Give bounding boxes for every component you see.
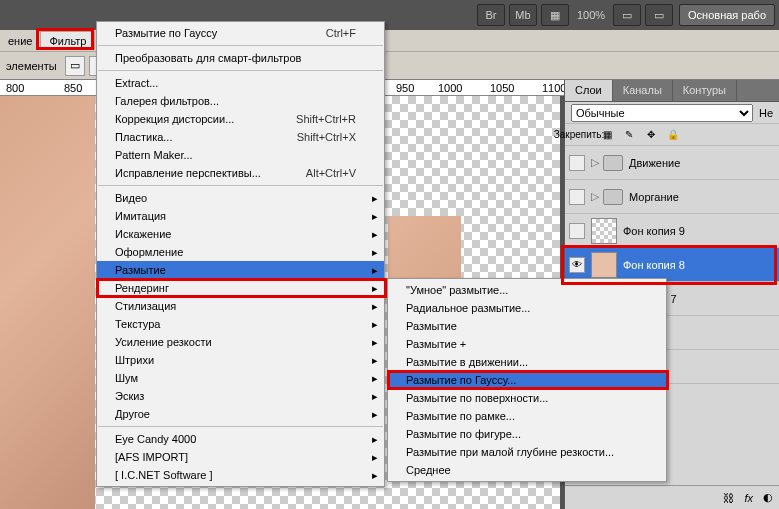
link-layers-icon[interactable]: ⛓ bbox=[723, 492, 734, 504]
filter-smart[interactable]: Преобразовать для смарт-фильтров bbox=[97, 49, 384, 67]
lock-position-icon[interactable]: ✥ bbox=[643, 127, 659, 143]
layer-folder[interactable]: ▷Моргание bbox=[565, 180, 779, 214]
menu-filter[interactable]: Фильтр bbox=[40, 31, 95, 50]
filter-stylize-group[interactable]: Оформление▸ bbox=[97, 243, 384, 261]
filter-artistic[interactable]: Имитация▸ bbox=[97, 207, 384, 225]
blur-submenu: "Умное" размытие... Радиальное размытие.… bbox=[387, 278, 667, 482]
layer-item-selected[interactable]: 👁Фон копия 8 bbox=[565, 248, 779, 282]
lock-label: Закрепить: bbox=[571, 127, 587, 143]
options-label: элементы bbox=[6, 60, 57, 72]
blur-more[interactable]: Размытие + bbox=[388, 335, 666, 353]
filter-repeat-last[interactable]: Размытие по ГауссуCtrl+F bbox=[97, 24, 384, 42]
layer-thumbnail bbox=[591, 252, 617, 278]
visibility-toggle[interactable] bbox=[569, 155, 585, 171]
layer-thumbnail bbox=[591, 218, 617, 244]
lock-all-icon[interactable]: 🔒 bbox=[665, 127, 681, 143]
blur-average[interactable]: Среднее bbox=[388, 461, 666, 479]
filter-brush-strokes[interactable]: Штрихи▸ bbox=[97, 351, 384, 369]
lock-transparency-icon[interactable]: ▦ bbox=[599, 127, 615, 143]
blend-mode-select[interactable]: Обычные bbox=[571, 104, 753, 122]
zoom-level[interactable]: 100% bbox=[571, 9, 611, 21]
bridge-button[interactable]: Br bbox=[477, 4, 505, 26]
tab-paths[interactable]: Контуры bbox=[673, 80, 737, 101]
fx-icon[interactable]: fx bbox=[744, 492, 753, 504]
blur-lens[interactable]: Размытие при малой глубине резкости... bbox=[388, 443, 666, 461]
filter-gallery[interactable]: Галерея фильтров... bbox=[97, 92, 384, 110]
visibility-toggle[interactable] bbox=[569, 189, 585, 205]
filter-render[interactable]: Рендеринг▸ bbox=[97, 279, 384, 297]
menu-prev-fragment[interactable]: ение bbox=[0, 32, 40, 50]
blur-smart[interactable]: "Умное" размытие... bbox=[388, 281, 666, 299]
filter-video[interactable]: Видео▸ bbox=[97, 189, 384, 207]
filter-extract[interactable]: Extract... bbox=[97, 74, 384, 92]
lock-pixels-icon[interactable]: ✎ bbox=[621, 127, 637, 143]
blur-surface[interactable]: Размытие по поверхности... bbox=[388, 389, 666, 407]
filter-stylize[interactable]: Стилизация▸ bbox=[97, 297, 384, 315]
blur-shape[interactable]: Размытие по фигуре... bbox=[388, 425, 666, 443]
layers-footer: ⛓ fx ◐ bbox=[565, 485, 779, 509]
filter-icnet[interactable]: [ I.C.NET Software ]▸ bbox=[97, 466, 384, 484]
tab-channels[interactable]: Каналы bbox=[613, 80, 673, 101]
workspace-button[interactable]: Основная рабо bbox=[679, 4, 775, 26]
screen-mode-button[interactable]: ▦ bbox=[541, 4, 569, 26]
blur-gaussian[interactable]: Размытие по Гауссу... bbox=[388, 371, 666, 389]
extras-button[interactable]: ▭ bbox=[645, 4, 673, 26]
filter-sketch[interactable]: Эскиз▸ bbox=[97, 387, 384, 405]
filter-blur-submenu[interactable]: Размытие▸ bbox=[97, 261, 384, 279]
filter-menu: Размытие по ГауссуCtrl+F Преобразовать д… bbox=[96, 21, 385, 487]
blur-blur[interactable]: Размытие bbox=[388, 317, 666, 335]
filter-vanishing-point[interactable]: Исправление перспективы...Alt+Ctrl+V bbox=[97, 164, 384, 182]
canvas-image-center bbox=[388, 216, 461, 279]
arrange-button[interactable]: ▭ bbox=[613, 4, 641, 26]
blend-mode-row: Обычные Не bbox=[565, 102, 779, 124]
blur-motion[interactable]: Размытие в движении... bbox=[388, 353, 666, 371]
visibility-toggle[interactable]: 👁 bbox=[569, 257, 585, 273]
tab-layers[interactable]: Слои bbox=[565, 80, 613, 101]
panel-tabs: Слои Каналы Контуры bbox=[565, 80, 779, 102]
folder-icon bbox=[603, 189, 623, 205]
blur-radial[interactable]: Радиальное размытие... bbox=[388, 299, 666, 317]
filter-noise[interactable]: Шум▸ bbox=[97, 369, 384, 387]
filter-eyecandy[interactable]: Eye Candy 4000▸ bbox=[97, 430, 384, 448]
filter-other[interactable]: Другое▸ bbox=[97, 405, 384, 423]
filter-texture[interactable]: Текстура▸ bbox=[97, 315, 384, 333]
layer-folder[interactable]: ▷Движение bbox=[565, 146, 779, 180]
filter-afs[interactable]: [AFS IMPORT]▸ bbox=[97, 448, 384, 466]
filter-lens-correction[interactable]: Коррекция дисторсии...Shift+Ctrl+R bbox=[97, 110, 384, 128]
mask-icon[interactable]: ◐ bbox=[763, 491, 773, 504]
opacity-fragment: Не bbox=[759, 107, 773, 119]
canvas-image-left bbox=[0, 96, 95, 509]
submenu-arrow-icon: ▸ bbox=[372, 192, 378, 205]
lock-row: Закрепить: ▦ ✎ ✥ 🔒 bbox=[565, 124, 779, 146]
align-icon[interactable]: ▭ bbox=[65, 56, 85, 76]
filter-sharpen[interactable]: Усиление резкости▸ bbox=[97, 333, 384, 351]
filter-liquify[interactable]: Пластика...Shift+Ctrl+X bbox=[97, 128, 384, 146]
folder-icon bbox=[603, 155, 623, 171]
filter-pattern-maker[interactable]: Pattern Maker... bbox=[97, 146, 384, 164]
filter-distort[interactable]: Искажение▸ bbox=[97, 225, 384, 243]
visibility-toggle[interactable] bbox=[569, 223, 585, 239]
minibridge-button[interactable]: Mb bbox=[509, 4, 537, 26]
blur-box[interactable]: Размытие по рамке... bbox=[388, 407, 666, 425]
layer-item[interactable]: Фон копия 9 bbox=[565, 214, 779, 248]
